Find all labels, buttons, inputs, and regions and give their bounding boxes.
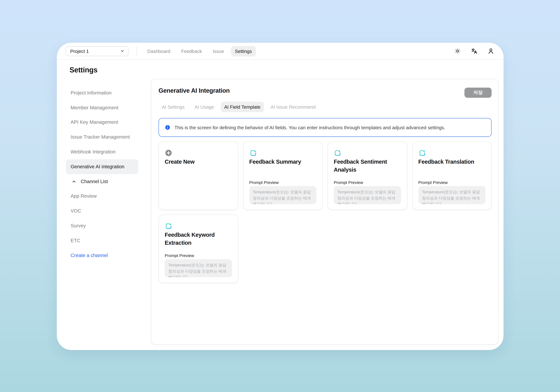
prompt-preview-label: Prompt Preview <box>334 180 363 185</box>
prompt-preview-box: Temperature(온도)는 모델의 응답 창의성과 다양성을 조정하는 매… <box>165 259 232 277</box>
settings-sidebar: Project Information Member Management AP… <box>70 85 143 263</box>
sidebar-item-survey[interactable]: Survey <box>70 218 143 233</box>
chevron-up-icon <box>72 179 76 184</box>
create-new-card[interactable]: Create New <box>159 141 238 210</box>
prompt-preview-label: Prompt Preview <box>249 180 279 185</box>
ai-template-icon <box>418 149 426 157</box>
ai-template-icon <box>249 149 257 157</box>
nav-item-feedback[interactable]: Feedback <box>177 46 206 56</box>
card-title: Feedback Translation <box>418 158 487 166</box>
sidebar-item-member-management[interactable]: Member Management <box>70 100 143 115</box>
account-icon[interactable] <box>487 47 495 55</box>
nav-item-dashboard[interactable]: Dashboard <box>143 46 174 56</box>
divider <box>137 46 137 56</box>
sidebar-item-project-information[interactable]: Project Information <box>70 85 143 100</box>
panel-title: Generative AI Integration <box>159 87 230 94</box>
prompt-preview-text: Temperature(온도)는 모델의 응답 창의성과 다양성을 조정하는 매… <box>168 262 228 277</box>
page-title: Settings <box>70 66 98 74</box>
sidebar-item-generative-ai-integration[interactable]: Generative AI integration <box>66 159 138 174</box>
card-title: Feedback Summary <box>249 158 318 166</box>
nav-item-settings[interactable]: Settings <box>231 46 256 56</box>
tab-ai-issue-recommend[interactable]: AI Issue Recommend <box>267 102 319 112</box>
template-card-feedback-summary[interactable]: Feedback Summary Prompt Preview Temperat… <box>243 141 322 210</box>
prompt-preview-text: Temperature(온도)는 모델의 응답 창의성과 다양성을 조정하는 매… <box>422 189 482 204</box>
template-card-feedback-translation[interactable]: Feedback Translation Prompt Preview Temp… <box>412 141 492 210</box>
template-card-feedback-keyword-extraction[interactable]: Feedback Keyword Extraction Prompt Previ… <box>159 215 238 283</box>
sidebar-item-api-key-management[interactable]: API Key Management <box>70 115 143 130</box>
sidebar-item-issue-tracker-management[interactable]: Issue Tracker Management <box>70 130 143 144</box>
page-background: Project 1 Dashboard Feedback Issue Setti… <box>0 0 560 392</box>
prompt-preview-box: Temperature(온도)는 모델의 응답 창의성과 다양성을 조정하는 매… <box>334 186 401 204</box>
theme-toggle-sun-icon[interactable] <box>454 47 461 55</box>
info-banner-text: This is the screen for defining the beha… <box>174 125 445 130</box>
app-window: Project 1 Dashboard Feedback Issue Setti… <box>57 43 504 350</box>
tab-ai-settings[interactable]: AI Settings <box>159 102 188 112</box>
create-channel-link[interactable]: Create a channel <box>70 248 143 263</box>
ai-template-icon <box>165 222 172 230</box>
project-selector[interactable]: Project 1 <box>66 46 129 56</box>
tab-ai-field-template[interactable]: AI Field Template <box>221 102 264 112</box>
sidebar-item-webhook-integration[interactable]: Webhook Integration <box>70 144 143 159</box>
prompt-preview-box: Temperature(온도)는 모델의 응답 창의성과 다양성을 조정하는 매… <box>418 186 486 204</box>
panel-tabs: AI Settings AI Usage AI Field Template A… <box>159 102 319 112</box>
sidebar-item-app-review[interactable]: App Review <box>70 189 143 203</box>
sidebar-item-etc[interactable]: ETC <box>70 233 143 248</box>
prompt-preview-text: Temperature(온도)는 모델의 응답 창의성과 다양성을 조정하는 매… <box>253 189 313 204</box>
card-title: Feedback Sentiment Analysis <box>334 158 402 173</box>
nav-item-issue[interactable]: Issue <box>209 46 228 56</box>
generative-ai-panel: Generative AI Integration 저장 AI Settings… <box>151 79 498 345</box>
info-banner: This is the screen for defining the beha… <box>159 118 492 137</box>
plus-circle-icon <box>165 149 172 157</box>
template-card-feedback-sentiment-analysis[interactable]: Feedback Sentiment Analysis Prompt Previ… <box>328 141 407 210</box>
sidebar-item-voc[interactable]: VOC <box>70 203 143 218</box>
prompt-preview-label: Prompt Preview <box>418 180 448 185</box>
info-icon <box>165 124 170 130</box>
template-card-grid: Create New Feedback Summary Prompt Previ… <box>159 141 492 283</box>
main-nav: Dashboard Feedback Issue Settings <box>143 46 256 56</box>
card-title: Feedback Keyword Extraction <box>165 231 233 247</box>
prompt-preview-label: Prompt Preview <box>165 253 194 258</box>
ai-template-icon <box>334 149 341 157</box>
sidebar-section-label: Channel List <box>81 179 108 184</box>
tab-ai-usage[interactable]: AI Usage <box>191 102 217 112</box>
prompt-preview-text: Temperature(온도)는 모델의 응답 창의성과 다양성을 조정하는 매… <box>337 189 397 204</box>
project-selector-value: Project 1 <box>70 48 89 54</box>
save-button[interactable]: 저장 <box>464 88 491 98</box>
prompt-preview-box: Temperature(온도)는 모델의 응답 창의성과 다양성을 조정하는 매… <box>249 186 316 204</box>
translate-icon[interactable] <box>470 47 478 55</box>
chevron-down-icon <box>120 49 124 53</box>
top-bar-actions <box>454 47 495 55</box>
top-bar: Project 1 Dashboard Feedback Issue Setti… <box>57 43 504 60</box>
sidebar-section-channel-list[interactable]: Channel List <box>70 174 143 189</box>
card-title: Create New <box>165 158 233 166</box>
